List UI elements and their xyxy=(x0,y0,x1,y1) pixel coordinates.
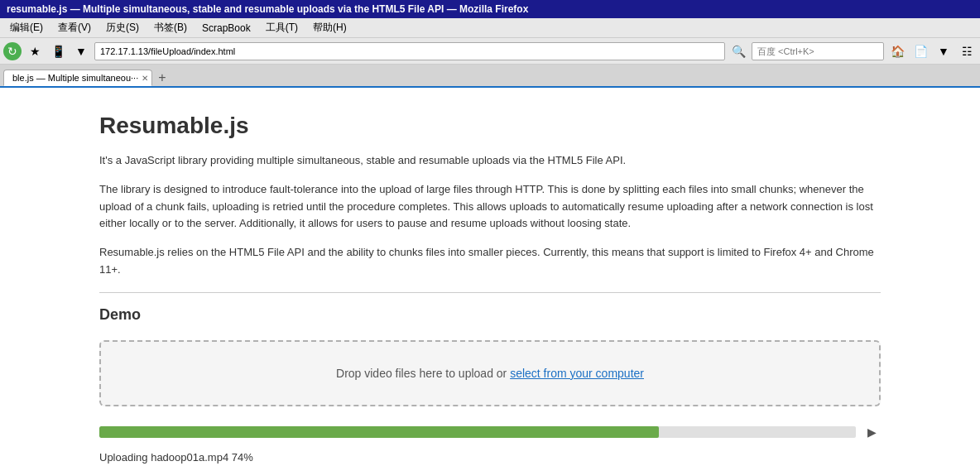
upload-status: Uploading hadoop01a.mp4 74% xyxy=(99,451,881,464)
title-bar-text: resumable.js — Multiple simultaneous, st… xyxy=(7,3,528,15)
progress-bar-background xyxy=(99,426,856,438)
menu-bar: 编辑(E) 查看(V) 历史(S) 书签(B) ScrapBook 工具(T) … xyxy=(0,18,980,38)
tab-bar: ble.js — Multiple simultaneou··· ✕ + xyxy=(0,65,980,88)
url-input[interactable] xyxy=(94,42,725,60)
page-dropdown-icon[interactable]: ▼ xyxy=(934,41,954,61)
select-files-link[interactable]: select from your computer xyxy=(510,367,644,380)
play-pause-button[interactable]: ▶ xyxy=(862,423,881,441)
new-tab-button[interactable]: + xyxy=(154,70,171,86)
mobile-icon: 📱 xyxy=(48,41,68,61)
nav-dropdown-icon[interactable]: ▼ xyxy=(71,41,91,61)
tab-close-icon[interactable]: ✕ xyxy=(142,74,148,83)
nav-bar: ↻ ★ 📱 ▼ 🔍 🏠 📄 ▼ ☷ xyxy=(0,38,980,65)
progress-container: ▶ xyxy=(99,423,881,441)
page-content: Resumable.js It's a JavaScript library p… xyxy=(0,88,980,466)
drop-zone[interactable]: Drop video files here to upload or selec… xyxy=(99,340,881,406)
progress-bar-fill xyxy=(99,426,659,438)
menu-tools[interactable]: 工具(T) xyxy=(259,19,305,36)
title-bar: resumable.js — Multiple simultaneous, st… xyxy=(0,0,980,18)
search-icon: 🔍 xyxy=(728,41,748,61)
menu-help[interactable]: 帮助(H) xyxy=(306,19,353,36)
intro-paragraph-3: Resumable.js relies on the HTML5 File AP… xyxy=(99,244,881,279)
menu-view[interactable]: 查看(V) xyxy=(51,19,98,36)
search-input[interactable] xyxy=(752,42,884,60)
tab-label: ble.js — Multiple simultaneou··· xyxy=(12,73,138,83)
bookmark-star-icon[interactable]: ★ xyxy=(25,41,45,61)
menu-bookmarks[interactable]: 书签(B) xyxy=(147,19,194,36)
active-tab[interactable]: ble.js — Multiple simultaneou··· ✕ xyxy=(3,70,152,86)
section-divider xyxy=(99,292,881,293)
demo-title: Demo xyxy=(99,306,881,324)
menu-history[interactable]: 历史(S) xyxy=(99,19,146,36)
intro-paragraph-2: The library is designed to introduce fau… xyxy=(99,181,881,233)
home-icon[interactable]: 🏠 xyxy=(887,41,907,61)
page-title: Resumable.js xyxy=(99,113,881,139)
menu-edit[interactable]: 编辑(E) xyxy=(3,19,50,36)
page-icon[interactable]: 📄 xyxy=(910,41,930,61)
menu-scrapbook[interactable]: ScrapBook xyxy=(195,21,257,36)
apps-icon[interactable]: ☷ xyxy=(957,41,977,61)
refresh-button[interactable]: ↻ xyxy=(3,42,22,60)
intro-paragraph-1: It's a JavaScript library providing mult… xyxy=(99,152,881,170)
drop-zone-text: Drop video files here to upload or xyxy=(336,367,510,380)
